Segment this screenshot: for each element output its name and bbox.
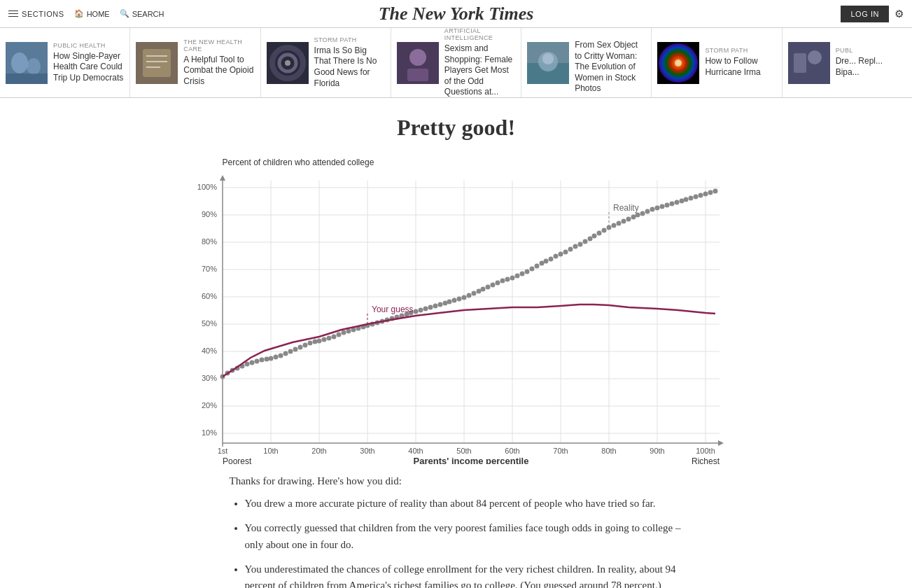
sections-button[interactable]: SECTIONS xyxy=(8,10,64,18)
news-category-2: STORM PATH xyxy=(314,36,385,43)
svg-point-131 xyxy=(495,281,500,286)
news-thumb-3 xyxy=(397,42,439,84)
svg-point-86 xyxy=(278,354,283,358)
svg-point-19 xyxy=(542,53,554,64)
svg-point-1 xyxy=(11,52,28,74)
results-list: You drew a more accurate picture of real… xyxy=(230,496,683,588)
search-icon: 🔍 xyxy=(120,9,129,18)
svg-point-162 xyxy=(645,209,650,214)
svg-point-124 xyxy=(461,295,466,300)
svg-point-80 xyxy=(249,360,254,365)
svg-point-153 xyxy=(601,228,606,233)
svg-text:100%: 100% xyxy=(197,183,216,191)
svg-point-149 xyxy=(582,239,587,244)
news-item-5[interactable]: STORM PATH How to Follow Hurricane Irma xyxy=(652,28,782,97)
svg-text:Richest: Richest xyxy=(691,456,720,464)
svg-point-167 xyxy=(669,202,674,206)
svg-point-158 xyxy=(626,217,631,222)
svg-text:80%: 80% xyxy=(201,237,216,246)
svg-point-159 xyxy=(631,215,636,220)
svg-point-174 xyxy=(703,192,708,197)
svg-text:60th: 60th xyxy=(505,447,519,455)
news-thumb-6 xyxy=(788,42,830,84)
svg-point-147 xyxy=(573,244,577,249)
svg-point-118 xyxy=(433,304,437,309)
svg-text:60%: 60% xyxy=(201,292,216,300)
news-headline-3: Sexism and Shopping: Female Players Get … xyxy=(444,43,515,98)
main-content: Pretty good! Percent of children who att… xyxy=(176,98,736,588)
home-button[interactable]: 🏠 HOME xyxy=(74,9,110,18)
svg-point-166 xyxy=(664,203,669,208)
svg-rect-5 xyxy=(143,49,171,77)
news-item-4[interactable]: From Sex Object to Critty Woman: The Evo… xyxy=(521,28,652,97)
svg-point-99 xyxy=(341,330,346,335)
svg-point-24 xyxy=(808,50,822,64)
news-category-4 xyxy=(575,31,645,38)
svg-text:Poorest: Poorest xyxy=(223,456,252,464)
svg-point-14 xyxy=(409,49,426,66)
news-thumb-5 xyxy=(657,42,699,84)
result-item-2: You underestimated the chances of colleg… xyxy=(245,561,683,588)
svg-point-136 xyxy=(519,272,524,276)
svg-point-129 xyxy=(485,285,490,290)
hamburger-icon xyxy=(8,10,18,18)
svg-point-163 xyxy=(650,207,654,212)
svg-point-127 xyxy=(476,289,481,294)
svg-point-115 xyxy=(418,308,423,313)
news-thumb-1 xyxy=(136,42,178,84)
svg-point-93 xyxy=(312,340,317,344)
search-label: SEARCH xyxy=(132,10,164,18)
svg-point-88 xyxy=(288,349,293,354)
news-text-3: ARTIFICIAL INTELLIGENCE Sexism and Shopp… xyxy=(444,28,515,98)
svg-point-170 xyxy=(683,197,688,202)
svg-point-12 xyxy=(285,60,290,66)
search-button[interactable]: 🔍 SEARCH xyxy=(120,9,164,18)
svg-point-141 xyxy=(543,259,548,264)
svg-marker-59 xyxy=(220,175,225,181)
svg-point-175 xyxy=(708,190,713,195)
svg-point-128 xyxy=(480,287,485,292)
svg-point-83 xyxy=(264,357,269,362)
news-category-3: ARTIFICIAL INTELLIGENCE xyxy=(444,28,515,41)
news-item-0[interactable]: PUBLIC HEALTH How Single-Payer Health Ca… xyxy=(0,28,130,97)
header-left: SECTIONS 🏠 HOME 🔍 SEARCH xyxy=(8,9,164,18)
news-headline-2: Irma Is So Big That There Is No Good New… xyxy=(314,46,385,89)
svg-point-165 xyxy=(659,204,664,209)
svg-point-150 xyxy=(587,237,592,241)
svg-point-116 xyxy=(423,307,428,312)
news-headline-0: How Single-Payer Health Care Could Trip … xyxy=(53,51,124,84)
home-icon: 🏠 xyxy=(74,9,84,18)
news-item-1[interactable]: THE NEW HEALTH CARE A Helpful Tool to Co… xyxy=(130,28,260,97)
news-text-1: THE NEW HEALTH CARE A Helpful Tool to Co… xyxy=(183,38,254,88)
svg-point-114 xyxy=(413,309,418,314)
news-thumb-0 xyxy=(6,42,48,84)
svg-point-125 xyxy=(466,293,471,298)
svg-text:10%: 10% xyxy=(201,428,216,437)
results-section: Thanks for drawing. Here's how you did: … xyxy=(188,475,725,588)
svg-rect-3 xyxy=(6,74,48,84)
svg-point-172 xyxy=(693,195,698,200)
nyt-title[interactable]: The New York Times xyxy=(379,4,534,24)
news-item-3[interactable]: ARTIFICIAL INTELLIGENCE Sexism and Shopp… xyxy=(391,28,521,97)
svg-point-91 xyxy=(302,343,307,348)
settings-icon[interactable]: ⚙ xyxy=(895,8,904,20)
svg-rect-25 xyxy=(794,53,806,73)
svg-text:100th: 100th xyxy=(696,447,715,455)
svg-point-160 xyxy=(635,213,640,218)
svg-text:90%: 90% xyxy=(201,210,216,218)
svg-point-134 xyxy=(510,276,514,281)
svg-point-140 xyxy=(539,261,544,266)
news-item-6[interactable]: PUBL Dre... Repl... Bipa... xyxy=(783,28,912,97)
login-button[interactable]: LOG IN xyxy=(841,6,889,22)
svg-point-168 xyxy=(674,200,679,205)
svg-point-171 xyxy=(688,196,693,201)
news-text-0: PUBLIC HEALTH How Single-Payer Health Ca… xyxy=(53,42,124,84)
svg-text:10th: 10th xyxy=(263,447,278,455)
svg-text:Parents' income percentile: Parents' income percentile xyxy=(413,456,528,464)
news-item-2[interactable]: STORM PATH Irma Is So Big That There Is … xyxy=(261,28,391,97)
result-item-0: You drew a more accurate picture of real… xyxy=(245,496,683,512)
svg-point-176 xyxy=(713,189,717,194)
svg-point-146 xyxy=(568,247,573,252)
news-thumb-4 xyxy=(527,42,569,84)
news-text-6: PUBL Dre... Repl... Bipa... xyxy=(836,47,906,78)
